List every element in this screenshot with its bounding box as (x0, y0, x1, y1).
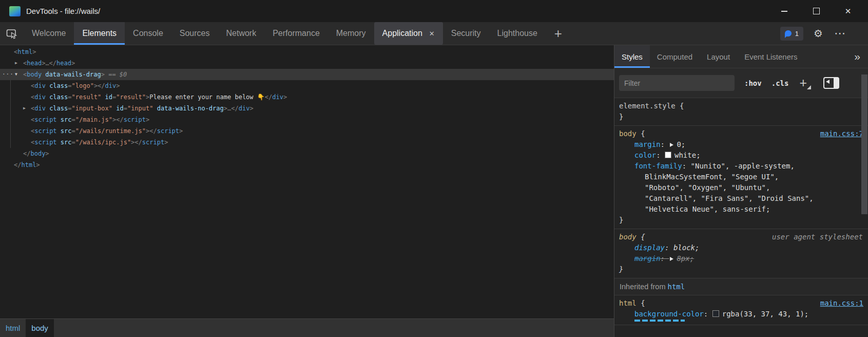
css-line[interactable]: body {user agent stylesheet (614, 232, 868, 242)
node-div-logo[interactable]: <div class="logo"></div> (0, 80, 614, 91)
token-property-value: BlinkMacSystemFont, "Segoe UI", (645, 173, 779, 181)
token-attribute-name: class (46, 93, 68, 101)
token-tag-name: div (105, 82, 117, 89)
sidebar-tab-event-listeners[interactable]: Event Listeners (737, 45, 804, 68)
token-tag-name: head (27, 60, 42, 67)
sidebar-tab-layout[interactable]: Layout (700, 45, 737, 68)
stylesheet-link[interactable]: main.css:1 (820, 298, 863, 309)
node-html-close[interactable]: </html> (0, 159, 614, 171)
settings-button[interactable]: ⚙ (812, 27, 825, 40)
inherited-node-link[interactable]: html (668, 283, 685, 291)
token-punctuation: </ (149, 127, 157, 135)
token-punctuation: = (68, 82, 71, 89)
collapse-arrow-icon[interactable]: ▼ (15, 69, 17, 80)
node-head[interactable]: ▶<head>…</head> (0, 58, 614, 69)
token-punctuation: </ (14, 161, 21, 168)
css-line[interactable]: margin: 8px; (614, 253, 868, 264)
token-tag-name: div (34, 105, 46, 112)
css-line[interactable]: body {main.css:7 (614, 128, 868, 139)
tab-welcome[interactable]: Welcome (24, 22, 74, 45)
inspect-element-button[interactable] (0, 22, 24, 45)
css-line[interactable]: color: white; (614, 150, 868, 161)
minimize-button[interactable] (768, 0, 800, 22)
crumb-body[interactable]: body (26, 319, 54, 337)
tab-performance[interactable]: Performance (264, 22, 328, 45)
css-line[interactable]: font-family: "Nunito", -apple-system, (614, 161, 868, 172)
node-body-open[interactable]: ···▼<body data-wails-drag> == $0 (0, 69, 614, 80)
css-line[interactable]: } (614, 111, 868, 122)
node-div-result[interactable]: <div class="result" id="result">Please e… (0, 91, 614, 103)
css-line[interactable]: margin: 0; (614, 139, 868, 150)
css-line[interactable]: element.style { (614, 101, 868, 111)
color-swatch-white[interactable] (665, 152, 671, 158)
more-sidebar-tabs-button[interactable]: » (846, 45, 868, 68)
token-tag-name: html (21, 161, 36, 168)
new-style-rule-button[interactable]: + (798, 77, 811, 89)
css-line[interactable]: } (614, 264, 868, 275)
styles-scrollbar[interactable] (861, 68, 868, 337)
css-line[interactable]: display: block; (614, 242, 868, 253)
dom-tree: <html>▶<head>…</head>···▼<body data-wail… (0, 45, 614, 319)
node-body-close[interactable]: </body> (0, 148, 614, 159)
token-property-value: "Cantarell", "Fira Sans", "Droid Sans", (645, 194, 814, 202)
tab-label: Security (451, 29, 481, 38)
expand-arrow-icon[interactable]: ▶ (15, 58, 17, 69)
sidebar-tab-computed[interactable]: Computed (650, 45, 700, 68)
css-line[interactable]: "Helvetica Neue", sans-serif; (614, 204, 868, 215)
node-script-runtime[interactable]: <script src="/wails/runtime.js"></script… (0, 125, 614, 137)
sidebar-tab-styles[interactable]: Styles (614, 45, 650, 68)
token-tag-name: body (27, 71, 42, 78)
breadcrumb: htmlbody (0, 319, 614, 337)
toggle-element-state-button[interactable]: :hov (744, 79, 762, 87)
token-punctuation: : (704, 310, 712, 318)
rule-html-main-css: html {main.css:1background-color: rgba(3… (614, 295, 868, 325)
tab-lighthouse[interactable]: Lighthouse (489, 22, 546, 45)
more-tabs-button[interactable]: + (546, 22, 571, 45)
token-punctuation: > (179, 127, 183, 135)
token-attribute-value: "result" (116, 93, 146, 101)
filter-input[interactable] (619, 75, 735, 91)
token-punctuation: > (71, 60, 75, 67)
token-punctuation: > (224, 105, 227, 112)
stylesheet-link[interactable]: main.css:7 (820, 128, 863, 139)
color-swatch-dark[interactable] (712, 310, 719, 317)
token-tag-name: div (34, 93, 46, 101)
token-selector: body (619, 233, 636, 241)
customize-devtools-button[interactable]: ⋯ (833, 28, 846, 39)
tab-security[interactable]: Security (443, 22, 489, 45)
css-line[interactable]: } (614, 215, 868, 226)
node-script-main[interactable]: <script src="/main.js"></script> (0, 114, 614, 125)
tab-network[interactable]: Network (218, 22, 265, 45)
css-line[interactable]: "Cantarell", "Fira Sans", "Droid Sans", (614, 193, 868, 204)
css-line[interactable]: html {main.css:1 (614, 298, 868, 309)
close-button[interactable]: ✕ (832, 0, 864, 22)
expand-arrow-icon[interactable]: ▶ (23, 103, 26, 114)
token-punctuation: = (72, 116, 75, 123)
tab-application[interactable]: Application✕ (374, 22, 443, 45)
expand-arrow-icon[interactable] (670, 257, 673, 261)
expand-arrow-icon[interactable] (670, 143, 673, 147)
tab-memory[interactable]: Memory (328, 22, 374, 45)
node-script-ipc[interactable]: <script src="/wails/ipc.js"></script> (0, 137, 614, 148)
node-div-input-box[interactable]: ▶<div class="input-box" id="input" data-… (0, 103, 614, 114)
token-punctuation: } (619, 216, 623, 224)
element-classes-button[interactable]: .cls (771, 79, 789, 87)
token-property-name: margin (634, 140, 661, 148)
scrollbar-thumb[interactable] (861, 74, 867, 214)
crumb-html[interactable]: html (0, 319, 26, 337)
token-punctuation: </ (231, 105, 238, 112)
css-line[interactable]: background-color: rgba(33, 37, 43, 1); (614, 309, 868, 320)
tab-sources[interactable]: Sources (171, 22, 218, 45)
toggle-sidebar-icon[interactable] (823, 77, 839, 89)
node-html-open[interactable]: <html> (0, 46, 614, 58)
css-line[interactable]: BlinkMacSystemFont, "Segoe UI", (614, 172, 868, 182)
maximize-button[interactable] (800, 0, 832, 22)
css-line[interactable]: "Roboto", "Oxygen", "Ubuntu", (614, 182, 868, 193)
close-tab-icon[interactable]: ✕ (429, 30, 435, 38)
token-punctuation: = (124, 105, 127, 112)
node-actions-icon[interactable]: ··· (2, 69, 14, 80)
tab-elements[interactable]: Elements (74, 22, 125, 45)
issues-badge[interactable]: 1 (780, 27, 803, 41)
token-property-value: 0; (677, 140, 685, 148)
tab-console[interactable]: Console (125, 22, 171, 45)
